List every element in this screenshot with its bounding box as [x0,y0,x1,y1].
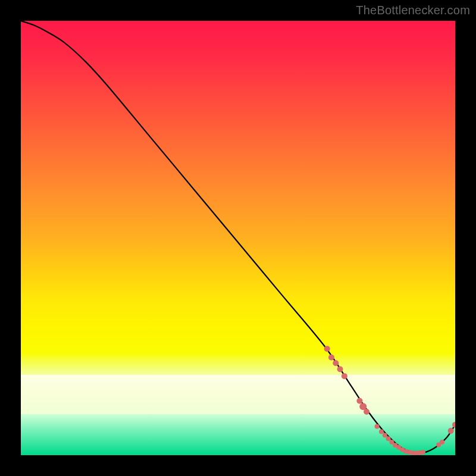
data-point [324,346,330,352]
data-point [337,366,343,372]
data-point [342,373,347,379]
data-point [421,450,425,455]
plot-area [21,21,455,455]
data-point [452,422,455,428]
data-points [324,346,455,455]
chart-frame: TheBottlenecker.com [0,0,476,476]
curve-svg [21,21,455,455]
data-point [375,424,380,429]
watermark-label: TheBottlenecker.com [356,4,470,17]
bottleneck-curve [21,21,455,453]
data-point [364,409,369,415]
data-point [383,433,387,437]
data-point [356,398,362,404]
data-point [333,360,339,366]
data-point [448,428,454,434]
data-point [328,355,334,361]
data-point [379,430,384,434]
data-point [386,436,391,441]
data-point [440,440,444,444]
